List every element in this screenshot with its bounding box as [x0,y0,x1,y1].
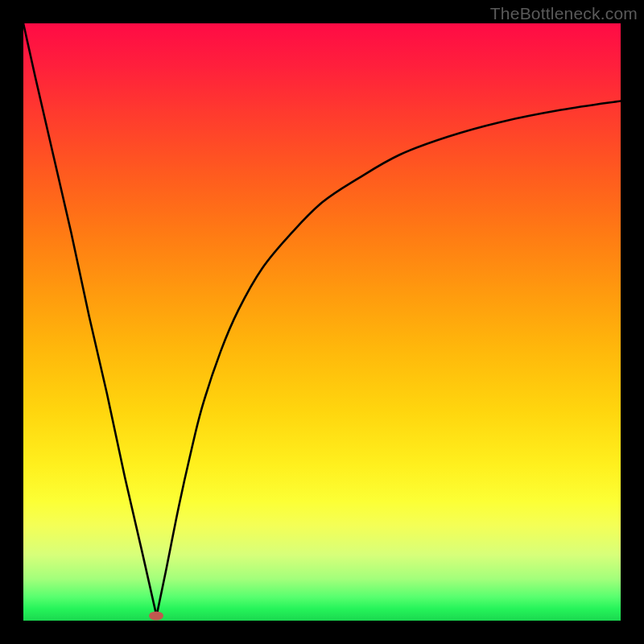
minimum-marker-icon [149,612,163,621]
watermark-text: TheBottleneck.com [490,4,638,23]
plot-area [23,23,621,621]
chart-frame: TheBottleneck.com [0,0,644,644]
